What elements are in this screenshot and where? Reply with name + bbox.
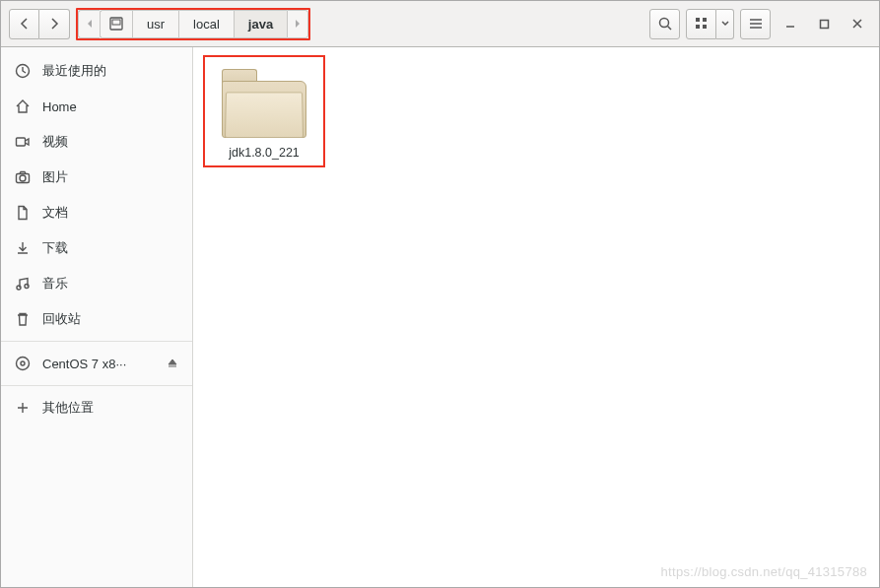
disk-icon xyxy=(108,16,124,32)
plus-icon xyxy=(15,400,31,416)
hamburger-icon xyxy=(748,16,764,32)
sidebar-separator xyxy=(1,341,192,342)
sidebar-item-label: 音乐 xyxy=(42,275,68,293)
breadcrumb-label: java xyxy=(248,17,273,32)
breadcrumb-root[interactable] xyxy=(100,10,132,38)
sidebar: 最近使用的 Home 视频 图片 文档 下载 音乐 回收站 xyxy=(1,47,193,587)
sidebar-item-device[interactable]: CentOS 7 x8··· xyxy=(1,346,192,381)
sidebar-item-documents[interactable]: 文档 xyxy=(1,195,192,230)
sidebar-item-label: 其他位置 xyxy=(42,399,94,417)
home-icon xyxy=(15,98,31,114)
breadcrumb-segment[interactable]: local xyxy=(178,10,234,38)
svg-rect-9 xyxy=(17,138,26,146)
maximize-icon xyxy=(819,19,830,30)
sidebar-item-label: CentOS 7 x8··· xyxy=(42,357,126,371)
svg-point-14 xyxy=(17,358,30,370)
sidebar-item-pictures[interactable]: 图片 xyxy=(1,160,192,195)
svg-point-12 xyxy=(17,286,21,290)
search-button[interactable] xyxy=(649,9,680,39)
back-button[interactable] xyxy=(9,9,39,39)
close-button[interactable] xyxy=(844,10,871,37)
camera-icon xyxy=(15,169,31,185)
minimize-icon xyxy=(784,18,796,30)
svg-point-13 xyxy=(25,285,29,289)
chevron-right-icon xyxy=(46,16,62,32)
trash-icon xyxy=(15,311,31,327)
maximize-button[interactable] xyxy=(810,10,838,37)
minimize-button[interactable] xyxy=(777,10,804,37)
breadcrumb-highlight: usr local java xyxy=(76,8,310,40)
watermark: https://blog.csdn.net/qq_41315788 xyxy=(661,564,867,579)
search-icon xyxy=(657,16,673,32)
sidebar-item-videos[interactable]: 视频 xyxy=(1,124,192,160)
toolbar: usr local java xyxy=(1,1,879,47)
svg-rect-1 xyxy=(112,20,120,25)
file-item-folder[interactable]: jdk1.8.0_221 xyxy=(203,55,325,167)
file-label: jdk1.8.0_221 xyxy=(229,146,300,160)
folder-icon xyxy=(222,63,306,138)
chevron-left-icon xyxy=(17,16,33,32)
eject-button[interactable] xyxy=(167,358,178,369)
sidebar-item-label: Home xyxy=(42,99,77,114)
sidebar-item-recent[interactable]: 最近使用的 xyxy=(1,53,192,89)
sidebar-item-label: 下载 xyxy=(42,239,68,257)
sidebar-item-label: 图片 xyxy=(42,168,68,186)
sidebar-separator xyxy=(1,385,192,386)
video-icon xyxy=(15,134,31,150)
file-grid: jdk1.8.0_221 xyxy=(193,47,879,175)
svg-point-2 xyxy=(659,19,668,28)
sidebar-item-downloads[interactable]: 下载 xyxy=(1,230,192,266)
svg-rect-6 xyxy=(703,25,707,29)
breadcrumb: usr local java xyxy=(100,10,287,38)
close-icon xyxy=(851,18,863,30)
sidebar-item-label: 最近使用的 xyxy=(42,62,106,80)
music-icon xyxy=(15,276,31,292)
breadcrumb-segment[interactable]: usr xyxy=(132,10,178,38)
chevron-down-icon xyxy=(721,21,729,27)
sidebar-item-label: 视频 xyxy=(42,133,68,151)
breadcrumb-label: local xyxy=(193,17,220,32)
body: 最近使用的 Home 视频 图片 文档 下载 音乐 回收站 xyxy=(1,47,879,587)
grid-icon xyxy=(694,16,710,32)
breadcrumb-segment-current[interactable]: java xyxy=(234,10,287,38)
eject-icon xyxy=(167,358,178,369)
disc-icon xyxy=(15,356,31,371)
triangle-right-icon xyxy=(294,19,302,29)
menu-button[interactable] xyxy=(740,9,771,39)
dropdown-button[interactable] xyxy=(716,9,734,39)
breadcrumb-label: usr xyxy=(147,17,165,32)
sidebar-item-label: 文档 xyxy=(42,204,68,222)
sidebar-item-trash[interactable]: 回收站 xyxy=(1,301,192,337)
nav-buttons xyxy=(9,9,70,39)
sidebar-item-other-locations[interactable]: 其他位置 xyxy=(1,390,192,425)
svg-rect-3 xyxy=(696,18,700,22)
svg-rect-4 xyxy=(703,18,707,22)
breadcrumb-scroll-left[interactable] xyxy=(78,10,100,38)
sidebar-item-home[interactable]: Home xyxy=(1,89,192,124)
clock-icon xyxy=(15,63,31,79)
triangle-left-icon xyxy=(86,19,94,29)
forward-button[interactable] xyxy=(39,9,70,39)
svg-rect-7 xyxy=(820,20,828,28)
content-area[interactable]: jdk1.8.0_221 https://blog.csdn.net/qq_41… xyxy=(193,47,879,587)
svg-point-11 xyxy=(20,175,26,181)
icon-view-button[interactable] xyxy=(686,9,716,39)
svg-rect-5 xyxy=(696,25,700,29)
svg-point-15 xyxy=(21,361,25,365)
download-icon xyxy=(15,240,31,256)
view-buttons xyxy=(686,9,734,39)
document-icon xyxy=(15,205,31,221)
sidebar-item-label: 回收站 xyxy=(42,310,81,328)
breadcrumb-scroll-right[interactable] xyxy=(287,10,308,38)
sidebar-item-music[interactable]: 音乐 xyxy=(1,266,192,301)
